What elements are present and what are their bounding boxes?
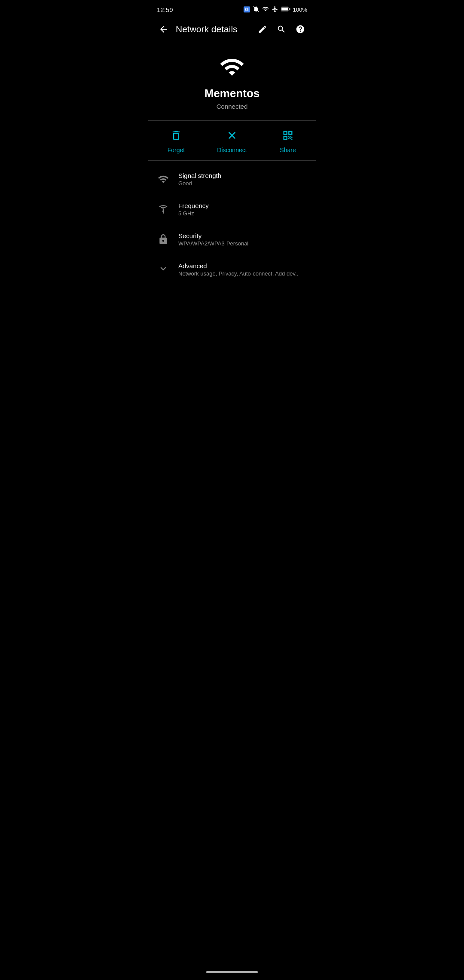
chevron-down-icon xyxy=(157,263,170,274)
lock-icon xyxy=(157,234,170,245)
network-name: Mementos xyxy=(205,87,260,100)
frequency-value: 5 GHz xyxy=(178,210,209,217)
translate-icon: G xyxy=(244,6,250,12)
frequency-row: Frequency 5 GHz xyxy=(148,194,316,224)
page-title: Network details xyxy=(176,24,254,34)
share-action[interactable]: Share xyxy=(260,128,316,153)
network-hero: Mementos Connected xyxy=(148,41,316,120)
security-row: Security WPA/WPA2/WPA3-Personal xyxy=(148,224,316,254)
status-icons: G 100% xyxy=(244,6,307,14)
frequency-text: Frequency 5 GHz xyxy=(178,202,209,217)
top-bar: Network details xyxy=(148,17,316,41)
disconnect-action[interactable]: Disconnect xyxy=(204,128,260,153)
svg-rect-2 xyxy=(281,8,288,11)
back-button[interactable] xyxy=(155,21,172,38)
disconnect-icon xyxy=(224,128,240,143)
battery-icon xyxy=(281,6,290,13)
advanced-text: Advanced Network usage, Privacy, Auto-co… xyxy=(178,262,298,277)
airplane-mode-icon xyxy=(272,6,278,14)
frequency-icon xyxy=(157,204,170,215)
wifi-signal-icon xyxy=(157,174,170,185)
advanced-subtitle: Network usage, Privacy, Auto-connect, Ad… xyxy=(178,270,298,277)
wifi-status-icon xyxy=(262,6,269,14)
signal-strength-row: Signal strength Good xyxy=(148,164,316,194)
share-label: Share xyxy=(280,147,296,153)
qr-icon xyxy=(280,128,296,143)
security-title: Security xyxy=(178,232,248,239)
advanced-row[interactable]: Advanced Network usage, Privacy, Auto-co… xyxy=(148,254,316,285)
forget-action[interactable]: Forget xyxy=(148,128,204,153)
status-bar: 12:59 G xyxy=(148,0,316,17)
disconnect-label: Disconnect xyxy=(217,147,247,153)
edit-button[interactable] xyxy=(254,21,271,38)
signal-strength-text: Signal strength Good xyxy=(178,172,221,187)
frequency-title: Frequency xyxy=(178,202,209,209)
security-text: Security WPA/WPA2/WPA3-Personal xyxy=(178,232,248,247)
status-time: 12:59 xyxy=(157,6,173,13)
signal-strength-value: Good xyxy=(178,180,221,187)
search-button[interactable] xyxy=(273,21,290,38)
action-row: Forget Disconnect Share xyxy=(148,121,316,161)
forget-label: Forget xyxy=(168,147,185,153)
battery-percent: 100% xyxy=(293,6,307,13)
wifi-large-icon xyxy=(219,54,245,80)
notification-mute-icon xyxy=(253,6,259,14)
svg-rect-3 xyxy=(289,8,290,10)
trash-icon xyxy=(168,128,184,143)
security-value: WPA/WPA2/WPA3-Personal xyxy=(178,240,248,247)
network-status: Connected xyxy=(217,103,248,110)
advanced-title: Advanced xyxy=(178,262,298,270)
help-button[interactable] xyxy=(292,21,309,38)
signal-strength-title: Signal strength xyxy=(178,172,221,179)
detail-section: Signal strength Good Frequency 5 GHz Sec… xyxy=(148,161,316,288)
top-actions xyxy=(254,21,309,38)
